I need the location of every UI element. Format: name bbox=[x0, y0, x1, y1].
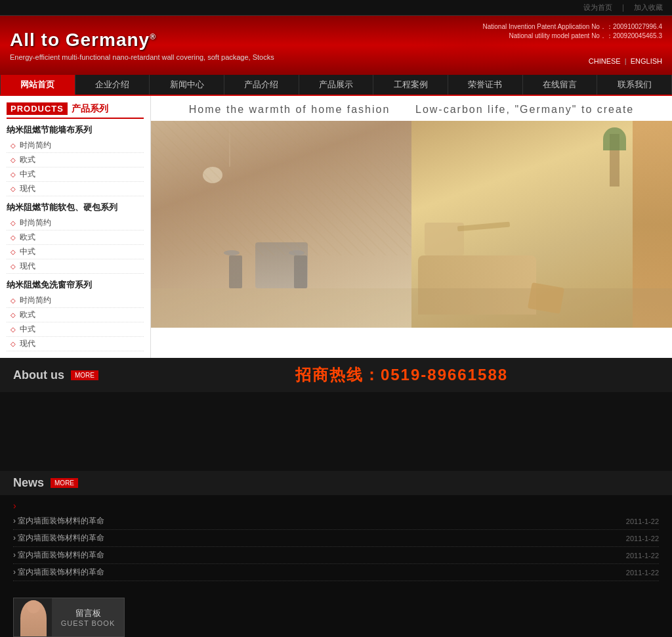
diamond-icon: ◇ bbox=[10, 142, 16, 149]
about-more-button[interactable]: MORE bbox=[71, 370, 98, 380]
content-area: Home the warmth of home fashion Low-carb… bbox=[151, 96, 672, 358]
news-item-3[interactable]: › 室内墙面装饰材料的革命2011-1-22 bbox=[13, 564, 659, 581]
site-title: All to Germany® bbox=[10, 30, 274, 51]
products-tag: PRODUCTS bbox=[7, 102, 68, 115]
banner-image bbox=[151, 121, 672, 328]
banner-left bbox=[151, 121, 411, 328]
about-content bbox=[0, 392, 672, 471]
guestbook-label-en: GUEST BOOK bbox=[61, 619, 116, 627]
diamond-icon: ◇ bbox=[10, 234, 16, 241]
news-more-button[interactable]: MORE bbox=[51, 478, 78, 488]
hotline-label: 招商热线： bbox=[295, 366, 381, 384]
hotline-number: 0519-89661588 bbox=[381, 366, 508, 384]
nav-item-5[interactable]: 工程案例 bbox=[373, 75, 448, 95]
main-nav: 网站首页企业介绍新闻中心产品介绍产品展示工程案例荣誉证书在线留言联系我们 bbox=[0, 75, 672, 96]
reg-symbol: ® bbox=[150, 32, 156, 41]
nav-item-0[interactable]: 网站首页 bbox=[0, 75, 75, 95]
diamond-icon: ◇ bbox=[10, 171, 16, 178]
topbar-sep1: ｜ bbox=[620, 3, 629, 11]
list-item[interactable]: ◇现代 bbox=[7, 259, 144, 274]
category-curtain[interactable]: 纳米阻燃免洗窗帘系列 bbox=[7, 279, 144, 291]
news-item-2[interactable]: › 室内墙面装饰材料的革命2011-1-22 bbox=[13, 547, 659, 564]
diamond-icon: ◇ bbox=[10, 219, 16, 227]
banner-text1: Home the warmth of home fashion bbox=[189, 104, 390, 115]
diamond-icon: ◇ bbox=[10, 326, 16, 333]
lang-sep: | bbox=[625, 57, 627, 65]
language-switcher[interactable]: CHINESE | ENGLISH bbox=[589, 57, 662, 65]
list-item[interactable]: ◇欧式 bbox=[7, 308, 144, 322]
category-softpack[interactable]: 纳米阻燃节能软包、硬包系列 bbox=[7, 202, 144, 213]
header: All to Germany® Energy-efficient multi-f… bbox=[0, 16, 672, 75]
main-content: PRODUCTS 产品系列 纳米阻燃节能墙布系列 ◇时尚简约 ◇欧式 ◇中式 ◇… bbox=[0, 96, 672, 358]
news-item-title: › 室内墙面装饰材料的革命 bbox=[13, 533, 104, 544]
topbar: 设为首页 ｜ 加入收藏 bbox=[0, 0, 672, 16]
hotline: 招商热线：0519-89661588 bbox=[144, 364, 659, 385]
diamond-icon: ◇ bbox=[10, 340, 16, 347]
logo-area: All to Germany® Energy-efficient multi-f… bbox=[10, 30, 274, 61]
about-label: About us MORE bbox=[13, 368, 144, 382]
diamond-icon: ◇ bbox=[10, 311, 16, 318]
diamond-icon: ◇ bbox=[10, 156, 16, 164]
nav-item-7[interactable]: 在线留言 bbox=[523, 75, 598, 95]
list-item[interactable]: ◇现代 bbox=[7, 182, 144, 196]
guestbook-text-area: 留言板 GUEST BOOK bbox=[52, 598, 124, 636]
list-item[interactable]: ◇现代 bbox=[7, 337, 144, 351]
diamond-icon: ◇ bbox=[10, 263, 16, 270]
diamond-icon: ◇ bbox=[10, 185, 16, 192]
list-item[interactable]: ◇中式 bbox=[7, 245, 144, 259]
nav-item-8[interactable]: 联系我们 bbox=[597, 75, 672, 95]
list-item[interactable]: ◇时尚简约 bbox=[7, 216, 144, 231]
guestbook-person-icon bbox=[20, 600, 47, 636]
list-item[interactable]: ◇中式 bbox=[7, 322, 144, 337]
about-title: About us bbox=[13, 368, 64, 382]
lang-cn-link[interactable]: CHINESE bbox=[589, 57, 621, 65]
nav-item-3[interactable]: 产品介绍 bbox=[224, 75, 299, 95]
news-item-1[interactable]: › 室内墙面装饰材料的革命2011-1-22 bbox=[13, 530, 659, 547]
list-item[interactable]: ◇时尚简约 bbox=[7, 139, 144, 153]
news-item-title: › 室内墙面装饰材料的革命 bbox=[13, 550, 104, 561]
patent2: National utility model patent No．：200920… bbox=[482, 32, 662, 41]
lang-en-link[interactable]: ENGLISH bbox=[631, 57, 662, 65]
list-item[interactable]: ◇欧式 bbox=[7, 231, 144, 245]
about-section: About us MORE 招商热线：0519-89661588 bbox=[0, 358, 672, 392]
list-item[interactable]: ◇欧式 bbox=[7, 153, 144, 167]
news-item-date: 2011-1-22 bbox=[626, 535, 659, 542]
banner-right bbox=[411, 121, 672, 328]
list-item[interactable]: ◇中式 bbox=[7, 167, 144, 182]
news-item-0[interactable]: › 室内墙面装饰材料的革命2011-1-22 bbox=[13, 513, 659, 530]
news-arrow[interactable]: › bbox=[13, 498, 659, 513]
sidebar: PRODUCTS 产品系列 纳米阻燃节能墙布系列 ◇时尚简约 ◇欧式 ◇中式 ◇… bbox=[0, 96, 151, 358]
banner-text2: Low-carbon life, "Germany" to create bbox=[415, 104, 634, 115]
diamond-icon: ◇ bbox=[10, 248, 16, 255]
news-item-date: 2011-1-22 bbox=[626, 569, 659, 577]
content-header: Home the warmth of home fashion Low-carb… bbox=[151, 96, 672, 121]
set-home-link[interactable]: 设为首页 bbox=[583, 3, 612, 11]
guestbook-image[interactable]: 留言板 GUEST BOOK bbox=[13, 598, 125, 637]
patent1: National Invention Patent Application No… bbox=[482, 22, 662, 32]
guestbook-label-cn: 留言板 bbox=[75, 607, 101, 619]
nav-item-2[interactable]: 新闻中心 bbox=[150, 75, 224, 95]
category-wallcloth[interactable]: 纳米阻燃节能墙布系列 bbox=[7, 124, 144, 136]
nav-item-1[interactable]: 企业介绍 bbox=[75, 75, 150, 95]
site-subtitle: Energy-efficient multi-functional nano-r… bbox=[10, 53, 274, 61]
nav-item-6[interactable]: 荣誉证书 bbox=[448, 75, 523, 95]
list-item[interactable]: ◇时尚简约 bbox=[7, 294, 144, 308]
diamond-icon: ◇ bbox=[10, 297, 16, 304]
products-title: 产品系列 bbox=[72, 103, 108, 115]
news-item-date: 2011-1-22 bbox=[626, 552, 659, 560]
news-title: News bbox=[13, 476, 44, 490]
bookmark-link[interactable]: 加入收藏 bbox=[634, 3, 663, 11]
guestbook-section: 留言板 GUEST BOOK bbox=[0, 588, 672, 637]
news-content: › › 室内墙面装饰材料的革命2011-1-22› 室内墙面装饰材料的革命201… bbox=[0, 495, 672, 588]
products-header: PRODUCTS 产品系列 bbox=[7, 102, 144, 119]
news-item-title: › 室内墙面装饰材料的革命 bbox=[13, 516, 104, 527]
patent-info: National Invention Patent Application No… bbox=[482, 22, 662, 41]
nav-item-4[interactable]: 产品展示 bbox=[299, 75, 374, 95]
news-item-title: › 室内墙面装饰材料的革命 bbox=[13, 567, 104, 578]
news-section: News MORE bbox=[0, 471, 672, 495]
news-item-date: 2011-1-22 bbox=[626, 517, 659, 525]
